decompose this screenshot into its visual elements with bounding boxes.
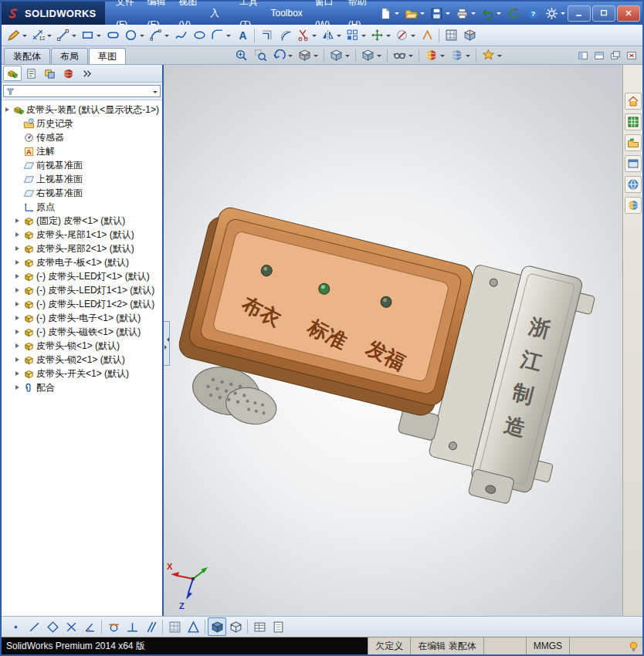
expand-arrow[interactable]: [4, 106, 12, 113]
expand-arrow[interactable]: [14, 231, 22, 238]
arc-button[interactable]: [147, 26, 171, 45]
sketch-pencil-button[interactable]: [5, 26, 29, 45]
grid-snap-button[interactable]: [165, 617, 184, 636]
tree-item[interactable]: (-) 皮带头-磁铁<1> (默认): [2, 325, 162, 339]
quick-tips-icon[interactable]: [624, 637, 642, 654]
circle-button[interactable]: [122, 26, 147, 45]
graphics-viewport[interactable]: 浙 江 制 造: [164, 65, 622, 616]
property-mgr-button[interactable]: [22, 66, 40, 81]
web-button[interactable]: [625, 176, 642, 193]
config-mgr-button[interactable]: [40, 66, 59, 81]
smart-dimension-button[interactable]: 12: [29, 26, 54, 45]
hide-show-button[interactable]: [391, 47, 415, 63]
expand-arrow[interactable]: [14, 217, 22, 225]
print-button[interactable]: [453, 4, 478, 22]
fillet-button[interactable]: [208, 26, 233, 45]
appearance-button[interactable]: [422, 47, 447, 63]
mirror-button[interactable]: [319, 26, 344, 45]
explorer-button[interactable]: [625, 155, 642, 172]
tree-item[interactable]: (-) 皮带头-LED灯1<1> (默认): [2, 283, 162, 297]
expand-arrow[interactable]: [14, 314, 22, 322]
tree-filter-input[interactable]: [3, 85, 161, 97]
expand-arrow[interactable]: [14, 286, 22, 294]
help-button[interactable]: ?: [524, 4, 542, 22]
view-settings-button[interactable]: [480, 47, 504, 63]
expand-arrow[interactable]: [14, 147, 22, 155]
tree-item[interactable]: A 注解: [2, 144, 162, 158]
tree-item[interactable]: (固定) 皮带<1> (默认): [2, 214, 162, 228]
filter-dropdown-caret[interactable]: [153, 91, 158, 96]
instant3d-button[interactable]: [460, 26, 479, 45]
tree-item[interactable]: 传感器: [2, 130, 162, 144]
offset-button[interactable]: [276, 26, 294, 45]
sheet-view-button[interactable]: [269, 617, 287, 636]
parallel-snap-button[interactable]: [141, 617, 160, 636]
rebuild-button[interactable]: [504, 4, 523, 22]
options-button[interactable]: [543, 4, 568, 22]
text-tool-button[interactable]: A: [233, 26, 252, 45]
units-selector[interactable]: MMGS: [526, 637, 569, 654]
close-button[interactable]: [617, 5, 640, 22]
spline-button[interactable]: [171, 26, 190, 45]
tree-item[interactable]: 上视基准面: [2, 172, 162, 186]
intersect-snap-button[interactable]: [62, 617, 80, 636]
feature-tree-button[interactable]: [3, 66, 22, 81]
trim-button[interactable]: [294, 26, 319, 45]
expand-arrow[interactable]: [14, 342, 22, 350]
pane-float-button[interactable]: [608, 48, 623, 63]
view-orientation-button[interactable]: [327, 47, 352, 63]
expand-arrow[interactable]: [14, 259, 22, 266]
zoom-fit-button[interactable]: [232, 47, 250, 63]
rectangle-button[interactable]: [79, 26, 103, 45]
linear-pattern-button[interactable]: [344, 26, 368, 45]
document-tab[interactable]: 装配体: [4, 48, 50, 64]
tree-item[interactable]: 配合: [2, 380, 162, 394]
tree-item[interactable]: 历史记录: [2, 117, 162, 130]
expand-arrow[interactable]: [14, 370, 22, 377]
expand-arrow[interactable]: [14, 189, 22, 197]
tree-item[interactable]: 皮带电子-板<1> (默认): [2, 255, 162, 269]
resources-button[interactable]: [625, 113, 642, 130]
new-button[interactable]: [377, 4, 402, 22]
table-view-button[interactable]: [250, 617, 269, 636]
ellipse-button[interactable]: [190, 26, 208, 45]
move-entities-button[interactable]: [368, 26, 393, 45]
tree-item[interactable]: 皮带头-开关<1> (默认): [2, 367, 162, 380]
zoom-area-button[interactable]: [251, 47, 269, 63]
tree-root-assembly[interactable]: 皮带头-装配 (默认<显示状态-1>): [2, 103, 162, 117]
pane-close-button[interactable]: [624, 48, 639, 63]
open-button[interactable]: [402, 4, 427, 22]
undo-button[interactable]: [479, 4, 503, 22]
chevrons-button[interactable]: [77, 66, 96, 81]
scene-button[interactable]: [448, 47, 473, 63]
quad-snap-button[interactable]: [43, 617, 62, 636]
tree-item[interactable]: 皮带头-尾部2<1> (默认): [2, 242, 162, 255]
rapid-sketch-button[interactable]: [418, 26, 436, 45]
view-wireframe-button[interactable]: [226, 617, 245, 636]
minimize-button[interactable]: [568, 5, 591, 22]
pane-horizontal-button[interactable]: [591, 48, 607, 63]
model-3d-view[interactable]: 浙 江 制 造: [164, 65, 622, 616]
perp-snap-button[interactable]: [123, 617, 141, 636]
maximize-button[interactable]: [592, 5, 615, 22]
expand-arrow[interactable]: [14, 384, 22, 391]
library-button[interactable]: [625, 134, 642, 151]
tree-item[interactable]: 皮带头-锁2<1> (默认): [2, 353, 162, 367]
expand-arrow[interactable]: [14, 120, 22, 127]
tree-item[interactable]: 原点: [2, 200, 162, 214]
convert-button[interactable]: [257, 26, 276, 45]
view-previous-button[interactable]: [270, 47, 295, 63]
expand-arrow[interactable]: [14, 328, 22, 336]
section-view-button[interactable]: [296, 47, 320, 63]
tree-item[interactable]: 右视基准面: [2, 186, 162, 200]
tree-item[interactable]: (-) 皮带头-LED灯1<2> (默认): [2, 297, 162, 311]
slot-button[interactable]: [103, 26, 122, 45]
expand-arrow[interactable]: [14, 175, 22, 183]
expand-arrow[interactable]: [14, 203, 22, 211]
tree-item[interactable]: (-) 皮带头-LED灯<1> (默认): [2, 269, 162, 283]
appearances-pane-button[interactable]: [625, 197, 642, 214]
panel-splitter[interactable]: [164, 321, 170, 366]
view-shaded-button[interactable]: [208, 617, 226, 636]
document-tab[interactable]: 草图: [89, 48, 126, 64]
save-button[interactable]: [428, 4, 452, 22]
